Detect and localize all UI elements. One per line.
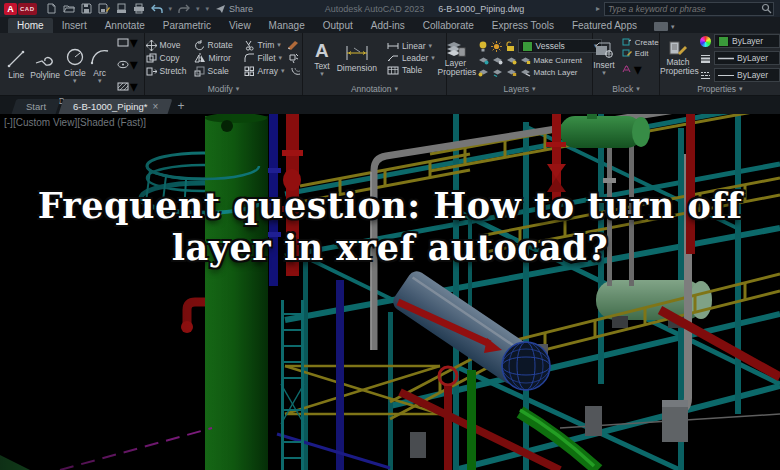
undo-icon[interactable] bbox=[151, 4, 163, 14]
layer-match-icon[interactable] bbox=[520, 68, 531, 77]
tab-manage[interactable]: Manage bbox=[260, 18, 314, 33]
plot-icon[interactable] bbox=[116, 3, 127, 14]
search-box[interactable] bbox=[604, 2, 774, 16]
layer-select[interactable]: Vessels ▾ bbox=[518, 39, 602, 53]
layer-properties-tool[interactable]: Layer Properties bbox=[438, 40, 474, 77]
print-icon[interactable] bbox=[133, 3, 145, 14]
attributes-tool[interactable]: ▾ bbox=[622, 60, 659, 79]
offset-icon[interactable] bbox=[290, 66, 301, 75]
dimension-tool[interactable]: Dimension bbox=[337, 44, 377, 73]
tab-view[interactable]: View bbox=[220, 18, 260, 33]
stretch-label: Stretch bbox=[160, 66, 187, 76]
hatch-icon bbox=[117, 82, 129, 91]
redo-icon[interactable] bbox=[178, 4, 190, 14]
search-icon[interactable] bbox=[761, 3, 772, 14]
trim-tool[interactable]: Trim▾ bbox=[244, 40, 281, 51]
lineweight-icon bbox=[700, 54, 711, 63]
edit-block-tool[interactable]: Edit bbox=[622, 49, 659, 58]
search-collapse-icon[interactable]: ▸ bbox=[596, 4, 600, 13]
close-tab-icon[interactable]: × bbox=[153, 101, 159, 112]
tab-overflow[interactable]: ▾ bbox=[654, 22, 675, 33]
move-tool[interactable]: Move bbox=[146, 40, 188, 51]
new-tab-button[interactable]: + bbox=[177, 99, 184, 113]
layer-on-bulb-icon[interactable] bbox=[478, 41, 488, 52]
scale-tool[interactable]: Scale bbox=[194, 66, 238, 77]
layer-thaw-icon[interactable] bbox=[478, 68, 489, 77]
layer-off-icon[interactable] bbox=[478, 56, 489, 65]
share-button[interactable]: Share bbox=[215, 4, 253, 14]
linetype-sample bbox=[718, 74, 734, 77]
autocad-logo[interactable]: A CAD bbox=[4, 3, 37, 15]
erase-icon[interactable] bbox=[287, 40, 299, 50]
file-tab-active-doc[interactable]: 6-B-1000_Piping*× bbox=[59, 99, 173, 114]
viewport-view-control[interactable]: [Custom View] bbox=[13, 117, 77, 128]
layer-unlock-all-icon[interactable] bbox=[492, 68, 503, 77]
modify-panel-chevron-icon: ▾ bbox=[236, 85, 240, 93]
tab-collaborate[interactable]: Collaborate bbox=[414, 18, 483, 33]
insert-chevron-icon: ▾ bbox=[602, 71, 606, 75]
tab-annotate[interactable]: Annotate bbox=[96, 18, 154, 33]
customize-qat-icon[interactable]: ▾ bbox=[206, 5, 210, 13]
copy-tool[interactable]: Copy bbox=[146, 53, 188, 64]
undo-dropdown-icon[interactable]: ▾ bbox=[169, 5, 173, 13]
polyline-tool[interactable]: Polyline bbox=[30, 49, 60, 80]
tab-output[interactable]: Output bbox=[314, 18, 362, 33]
open-file-icon[interactable] bbox=[63, 3, 75, 14]
tab-home[interactable]: Home bbox=[8, 18, 53, 33]
match-layer-tool[interactable]: Match Layer bbox=[534, 68, 578, 77]
arc-tool[interactable]: Arc ▾ bbox=[90, 47, 110, 83]
viewport-menu-control[interactable]: [-] bbox=[4, 117, 13, 128]
viewport-visual-style-control[interactable]: [Shaded (Fast)] bbox=[77, 117, 146, 128]
drawing-viewport[interactable]: [-] [Custom View] [Shaded (Fast)] bbox=[0, 114, 780, 470]
linear-tool[interactable]: Linear▾ bbox=[387, 41, 435, 51]
redo-dropdown-icon[interactable]: ▾ bbox=[196, 5, 200, 13]
ellipse-tool[interactable]: ▾ bbox=[117, 55, 138, 74]
line-tool[interactable]: Line bbox=[6, 49, 26, 80]
panel-block-footer[interactable]: Block▾ bbox=[593, 83, 659, 95]
tab-add-ins[interactable]: Add-ins bbox=[362, 18, 414, 33]
text-tool[interactable]: A Text ▾ bbox=[314, 41, 330, 76]
panel-layers-footer[interactable]: Layers▾ bbox=[447, 83, 592, 95]
tab-featured-apps[interactable]: Featured Apps bbox=[563, 18, 646, 33]
file-tab-start[interactable]: Start bbox=[12, 99, 61, 114]
share-label: Share bbox=[229, 4, 253, 14]
object-color-swatch bbox=[718, 36, 729, 47]
lineweight-select[interactable]: ByLayer bbox=[714, 51, 780, 65]
leader-tool[interactable]: Leader▾ bbox=[387, 53, 435, 63]
tab-insert[interactable]: Insert bbox=[53, 18, 96, 33]
panel-properties-footer[interactable]: Properties▾ bbox=[660, 83, 780, 95]
object-color-select[interactable]: ByLayer bbox=[714, 34, 780, 48]
explode-icon[interactable] bbox=[288, 53, 299, 63]
create-block-tool[interactable]: Create bbox=[622, 38, 659, 47]
make-current-tool[interactable]: Make Current bbox=[534, 56, 582, 65]
mirror-tool[interactable]: Mirror bbox=[194, 53, 238, 64]
layer-lock-icon[interactable] bbox=[520, 56, 531, 65]
fillet-tool[interactable]: Fillet▾ bbox=[244, 53, 282, 64]
new-file-icon[interactable] bbox=[46, 3, 57, 14]
rotate-tool[interactable]: Rotate bbox=[194, 40, 238, 51]
arc-icon bbox=[90, 47, 110, 67]
array-tool[interactable]: Array▾ bbox=[244, 66, 285, 77]
annotation-panel-label: Annotation bbox=[351, 84, 392, 94]
rectangle-tool[interactable]: ▾ bbox=[117, 33, 138, 52]
tab-express-tools[interactable]: Express Tools bbox=[483, 18, 563, 33]
panel-modify-footer[interactable]: Modify▾ bbox=[145, 83, 302, 95]
match-properties-tool[interactable]: Match Properties bbox=[660, 40, 696, 76]
save-as-icon[interactable] bbox=[98, 3, 110, 14]
search-input[interactable] bbox=[605, 4, 761, 14]
layer-isolate-icon[interactable] bbox=[492, 56, 503, 65]
stretch-tool[interactable]: Stretch bbox=[146, 66, 188, 77]
panel-annotation-footer[interactable]: Annotation▾ bbox=[303, 83, 446, 95]
layer-unlock-icon[interactable] bbox=[505, 41, 515, 52]
circle-tool[interactable]: Circle ▾ bbox=[64, 47, 86, 83]
move-label: Move bbox=[160, 40, 181, 50]
hatch-tool[interactable]: ▾ bbox=[117, 77, 138, 96]
insert-block-tool[interactable]: Insert ▾ bbox=[593, 42, 614, 75]
tab-parametric[interactable]: Parametric bbox=[154, 18, 220, 33]
layer-walk-icon[interactable] bbox=[506, 68, 517, 77]
save-icon[interactable] bbox=[81, 3, 92, 14]
table-tool[interactable]: Table bbox=[387, 65, 435, 75]
layer-freeze-icon[interactable] bbox=[506, 56, 517, 65]
linetype-select[interactable]: ByLayer bbox=[714, 68, 780, 82]
layer-freeze-sun-icon[interactable] bbox=[491, 41, 502, 52]
